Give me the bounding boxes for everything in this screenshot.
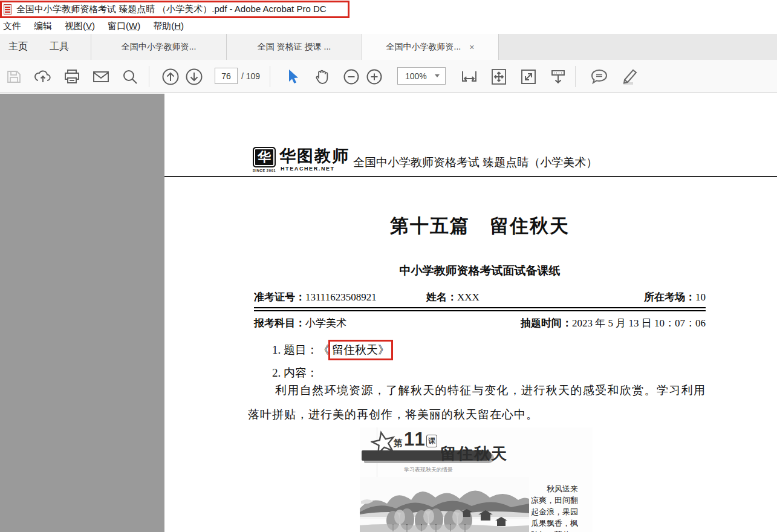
document-tab-2[interactable]: 全国 资格证 授课 ... — [226, 34, 362, 60]
document-tab-1[interactable]: 全国中小学教师资... — [91, 34, 226, 60]
page-total-label: / 109 — [241, 71, 260, 81]
double-rule — [254, 307, 706, 311]
fit-width-icon — [460, 68, 478, 86]
toolbar-separator — [270, 66, 270, 87]
hand-icon — [314, 68, 331, 85]
form-row-2: 报考科目：小学美术 抽题时间：2023 年 5 月 13 日 10：07：06 — [254, 316, 706, 330]
fit-page-button[interactable] — [487, 65, 510, 88]
acrobat-window: 全国中小学教师资格考试 臻题点睛 （小学美术）.pdf - Adobe Acro… — [0, 0, 777, 532]
hand-tool-button[interactable] — [311, 65, 334, 88]
draw-time-value: 2023 年 5 月 13 日 10：07：06 — [572, 317, 706, 329]
tab-bar-empty-space — [499, 34, 777, 60]
tab-close-icon[interactable]: × — [469, 42, 474, 52]
select-arrow-icon — [287, 68, 300, 85]
zoom-in-icon — [366, 68, 383, 85]
name-label: 姓名： — [426, 291, 457, 303]
page-number-input[interactable] — [215, 68, 238, 84]
tab-home[interactable]: 主页 — [5, 34, 31, 60]
chapter-title: 第十五篇 留住秋天 — [254, 213, 706, 239]
content-paragraph: 利用自然环境资源，了解秋天的特征与变化，进行秋天的感受和欣赏。学习利用 落叶拼贴… — [248, 383, 706, 423]
side-text-line: 叶红，菊花 — [531, 529, 590, 532]
menu-bar: 文件 编辑 视图(V) 窗口(W) 帮助(H) — [0, 18, 777, 34]
side-text-line: 起金浪，果园 — [531, 506, 590, 517]
document-viewport: 华 SINCE 2001 华图教师 HTEACHER.NET 全国中小学教师资格… — [0, 94, 777, 532]
side-text-line: 瓜果飘香，枫 — [531, 517, 590, 529]
item-topic-prefix: 1. 题目：《 — [272, 343, 330, 356]
paragraph-line-2: 落叶拼贴，进行美的再创作，将美丽的秋天留在心中。 — [248, 407, 706, 423]
share-button[interactable] — [31, 65, 54, 88]
selection-tool-button[interactable] — [282, 65, 305, 88]
draw-time-label: 抽题时间： — [521, 317, 572, 329]
subject-label: 报考科目： — [254, 317, 305, 329]
email-icon — [92, 70, 110, 84]
logo-website: HTEACHER.NET — [281, 166, 335, 172]
logo-brand-name: 华图教师 — [279, 145, 349, 167]
toolbar-separator — [575, 66, 576, 87]
comment-icon — [590, 68, 608, 85]
header-rule — [164, 176, 777, 177]
search-button[interactable] — [119, 65, 141, 88]
next-page-button[interactable] — [183, 65, 206, 88]
cloud-upload-icon — [34, 68, 52, 85]
menu-window[interactable]: 窗口(W) — [108, 19, 147, 33]
menu-edit[interactable]: 编辑 — [34, 19, 59, 33]
print-button[interactable] — [60, 65, 83, 88]
textbook-figure: 第 11 课 留住秋天 学习表现秋天的情景 — [360, 427, 593, 532]
zoom-out-icon — [343, 68, 360, 85]
canvas-background — [0, 94, 164, 532]
window-title: 全国中小学教师资格考试 臻题点睛 （小学美术）.pdf - Adobe Acro… — [16, 4, 327, 15]
lesson-prefix: 第 — [394, 438, 403, 449]
lesson-number: 11 — [404, 429, 426, 450]
zoom-level-dropdown[interactable]: 100% — [397, 67, 446, 85]
logo-since-label: SINCE 2001 — [252, 169, 277, 172]
fullscreen-button[interactable] — [517, 65, 540, 88]
ink-landscape-painting — [360, 477, 529, 532]
document-tab-3-label: 全国中小学教师资... — [386, 42, 461, 53]
name-value: XXX — [457, 291, 480, 303]
zoom-level-value: 100% — [398, 71, 435, 81]
save-icon — [6, 69, 22, 85]
highlighter-icon — [619, 68, 639, 86]
title-bar: 全国中小学教师资格考试 臻题点睛 （小学美术）.pdf - Adobe Acro… — [0, 0, 777, 18]
menu-file[interactable]: 文件 — [3, 19, 28, 33]
side-text-line: 凉爽，田间翻 — [531, 495, 590, 506]
comment-button[interactable] — [588, 65, 611, 88]
item-content-label: 2. 内容： — [272, 365, 318, 381]
subject-value: 小学美术 — [305, 317, 346, 329]
save-button[interactable] — [2, 65, 25, 88]
document-tab-3-active[interactable]: 全国中小学教师资... × — [362, 34, 499, 60]
previous-page-button[interactable] — [159, 65, 182, 88]
zoom-out-button[interactable] — [340, 65, 363, 88]
toolbar-separator — [149, 66, 149, 87]
side-text-line: 秋风送来 — [531, 483, 590, 495]
admission-number-value: 13111623508921 — [305, 291, 377, 303]
scrolling-mode-icon — [550, 68, 567, 85]
tab-bar: 主页 工具 全国中小学教师资... 全国 资格证 授课 ... 全国中小学教师资… — [0, 34, 777, 60]
lesson-title: 留住秋天 — [440, 443, 508, 464]
fit-width-button[interactable] — [458, 65, 481, 88]
exam-room-value: 10 — [695, 291, 706, 303]
item-topic: 1. 题目：《留住秋天》 — [272, 340, 393, 360]
page-down-icon — [185, 68, 203, 86]
chevron-down-icon — [435, 74, 440, 77]
tab-tools[interactable]: 工具 — [46, 34, 73, 60]
scrolling-mode-button[interactable] — [547, 65, 570, 88]
zoom-in-button[interactable] — [363, 65, 386, 88]
topic-highlight-box: 留住秋天》 — [328, 340, 393, 360]
lesson-subtitle: 学习表现秋天的情景 — [404, 466, 453, 474]
menu-help[interactable]: 帮助(H) — [153, 19, 190, 33]
highlight-button[interactable] — [617, 65, 640, 88]
menu-view[interactable]: 视图(V) — [65, 19, 102, 33]
figure-side-text: 秋风送来 凉爽，田间翻 起金浪，果园 瓜果飘香，枫 叶红，菊花 — [531, 483, 590, 532]
title-highlight-box: 全国中小学教师资格考试 臻题点睛 （小学美术）.pdf - Adobe Acro… — [0, 1, 349, 18]
exam-room-label: 所在考场： — [644, 291, 695, 303]
pdf-file-icon — [4, 4, 11, 15]
document-subtitle: 中小学教师资格考试面试备课纸 — [254, 263, 706, 279]
print-icon — [63, 69, 80, 85]
admission-number-label: 准考证号： — [254, 291, 305, 303]
fit-page-icon — [490, 68, 507, 86]
email-button[interactable] — [89, 65, 112, 88]
page-up-icon — [161, 68, 180, 86]
search-icon — [122, 68, 138, 85]
main-toolbar: / 109 100% — [0, 60, 777, 93]
